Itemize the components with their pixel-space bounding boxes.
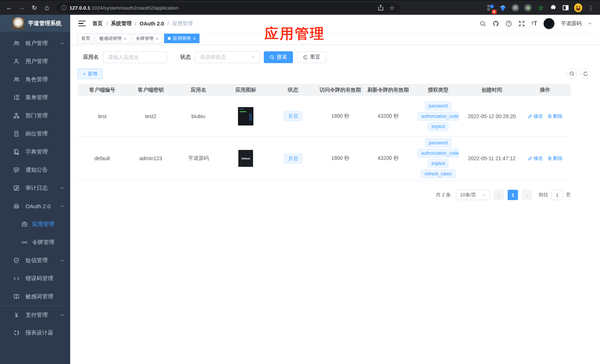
applications-table: 客户端编号 客户端密钥 应用名 应用图标 状态 访问令牌的有效期 刷新令牌的有效…	[78, 84, 571, 181]
edit-label: 修改	[533, 155, 543, 162]
close-icon[interactable]: ×	[193, 36, 196, 41]
forward-icon[interactable]: →	[16, 2, 27, 13]
search-icon[interactable]	[480, 20, 486, 27]
sidebar-item-label: 菜单管理	[25, 94, 48, 101]
delete-button[interactable]: 删除	[548, 155, 563, 162]
browser-profile-avatar[interactable]	[574, 4, 582, 12]
reload-icon[interactable]: ↻	[29, 2, 40, 13]
close-icon[interactable]: ×	[124, 36, 127, 41]
cell-created-time: 2022-05-12 00:28:20	[464, 113, 519, 119]
edit-button[interactable]: 修改	[528, 113, 543, 120]
extension-star-icon[interactable]: ✰	[536, 4, 545, 12]
main-area: 应用管理 首页 / 系统管理 / OAuth 2.0 / 应用管理 TT 芋道源…	[70, 15, 600, 364]
status-badge[interactable]: 开启	[284, 154, 302, 164]
user-name[interactable]: 芋道源码	[561, 20, 582, 27]
browser-menu-icon[interactable]: ⋮	[587, 4, 595, 12]
plus-icon: +	[83, 71, 86, 77]
sidebar-item-label: 错误码管理	[25, 275, 53, 282]
sidebar-item-dict[interactable]: 字典管理	[0, 143, 70, 161]
tab-sensitive[interactable]: 敏感词管理×	[96, 34, 130, 43]
status-select[interactable]: 请选择状态	[195, 51, 260, 63]
sidebar-item-errcode[interactable]: 错误码管理	[0, 269, 70, 288]
search-button[interactable]: 搜索	[264, 51, 293, 63]
sidebar-item-oauth[interactable]: OAuth 2.0	[0, 197, 70, 215]
grant-tag: refresh_token	[421, 169, 455, 178]
sidebar-item-oauth-app[interactable]: 应用管理	[0, 215, 70, 233]
sidebar-item-tenant[interactable]: 租户管理	[0, 34, 70, 52]
extension-grid-icon[interactable]: 9	[486, 4, 494, 12]
sidebar-item-menu[interactable]: 菜单管理	[0, 89, 70, 107]
chevron-down-icon[interactable]	[588, 21, 592, 25]
extensions-puzzle-icon[interactable]	[549, 4, 557, 12]
delete-button[interactable]: 删除	[548, 113, 563, 120]
extension-recorder-icon[interactable]	[524, 4, 532, 12]
tab-application[interactable]: 应用管理×	[164, 34, 200, 43]
sidebar-item-role[interactable]: 角色管理	[0, 71, 70, 89]
sidebar-item-sensitive[interactable]: 敏感词管理	[0, 288, 70, 306]
home-icon[interactable]: ⌂	[41, 2, 52, 13]
current-page[interactable]: 1	[508, 190, 518, 200]
active-dot	[168, 37, 171, 40]
edit-button[interactable]: 修改	[528, 155, 543, 162]
sidebar-item-pay[interactable]: 支付管理	[0, 306, 70, 324]
bookmark-star-icon[interactable]: ☆	[389, 4, 395, 11]
extension-command-icon[interactable]: ⌘	[511, 4, 519, 12]
sidebar-item-label: OAuth 2.0	[25, 203, 51, 209]
chevron-down-icon	[251, 55, 255, 59]
sidebar-item-post[interactable]: 岗位管理	[0, 125, 70, 143]
next-page-button[interactable]: ›	[522, 190, 532, 200]
sidebar-item-label: 通知公告	[25, 166, 48, 174]
breadcrumb-item[interactable]: 系统管理	[111, 20, 132, 27]
prev-page-button[interactable]: ‹	[494, 190, 504, 200]
users-icon	[13, 40, 20, 47]
help-icon[interactable]	[505, 20, 512, 27]
tab-label: 应用管理	[173, 35, 191, 42]
report-icon	[13, 330, 20, 336]
avatar[interactable]	[543, 18, 555, 29]
tab-home[interactable]: 首页	[78, 34, 94, 43]
cell-access-ttl: 1800 秒	[317, 155, 364, 162]
sidebar-item-user[interactable]: 用户管理	[0, 52, 70, 71]
back-icon[interactable]: ←	[4, 2, 15, 13]
sidebar-item-audit[interactable]: 审计日志	[0, 179, 70, 197]
breadcrumb-current: 应用管理	[172, 20, 193, 27]
close-icon[interactable]: ×	[156, 36, 159, 41]
cell-grant-types: password authorization_code implicit	[412, 102, 464, 131]
sidebar-item-oauth-token[interactable]: 令牌管理	[0, 233, 70, 251]
tab-token[interactable]: 令牌管理×	[132, 34, 163, 43]
tab-label: 敏感词管理	[99, 35, 122, 42]
sidebar: 芋道管理系统 租户管理 用户管理 角色管理 菜单管理 部门管理	[0, 15, 70, 364]
reset-button[interactable]: 重置	[297, 51, 326, 63]
extension-gem-icon[interactable]	[499, 4, 507, 12]
font-size-icon[interactable]: TT	[531, 20, 537, 27]
page-size-select[interactable]: 10条/页	[456, 190, 490, 200]
share-icon[interactable]	[378, 5, 383, 11]
fullscreen-icon[interactable]	[518, 20, 525, 27]
add-button[interactable]: + 新增	[78, 69, 102, 79]
grant-tag: authorization_code	[417, 149, 459, 158]
refresh-table-button[interactable]	[580, 69, 591, 79]
breadcrumb-item[interactable]: OAuth 2.0	[140, 21, 164, 27]
collapse-sidebar-icon[interactable]	[78, 21, 86, 27]
grant-tag: implicit	[428, 122, 449, 131]
github-icon[interactable]	[492, 20, 499, 27]
address-bar[interactable]: i 127.0.0.1:1024/system/oauth2/oauth2/ap…	[56, 3, 400, 13]
sidebar-item-report[interactable]: 报表设计器	[0, 324, 70, 342]
sidebar-item-sms[interactable]: 短信管理	[0, 251, 70, 269]
cell-app-name: 芋道源码	[175, 155, 222, 162]
tab-label: 首页	[81, 35, 90, 42]
app-name-input[interactable]	[103, 51, 167, 63]
split-screen-icon[interactable]	[562, 4, 570, 12]
app-logo[interactable]: 芋道管理系统	[0, 15, 70, 32]
sidebar-item-dept[interactable]: 部门管理	[0, 107, 70, 125]
site-info-icon[interactable]: i	[61, 5, 67, 10]
filter-form: 应用名 状态 请选择状态 搜索 重置	[78, 51, 593, 63]
cell-refresh-ttl: 43200 秒	[364, 113, 412, 120]
breadcrumb-separator: /	[106, 21, 108, 27]
hide-search-icon-button[interactable]	[567, 69, 577, 79]
post-icon	[13, 131, 20, 137]
status-badge[interactable]: 开启	[284, 111, 302, 121]
breadcrumb-item[interactable]: 首页	[92, 20, 103, 27]
sidebar-item-notice[interactable]: 通知公告	[0, 161, 70, 179]
goto-page-input[interactable]	[551, 190, 563, 200]
